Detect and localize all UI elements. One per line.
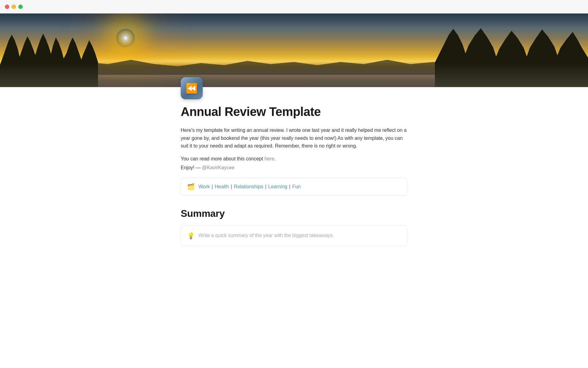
main-content: ⏪ Annual Review Template Here's my templ…	[0, 13, 588, 246]
enjoy-text: Enjoy! —	[181, 165, 202, 170]
nav-link-health[interactable]: Health	[215, 184, 229, 190]
enjoy-line: Enjoy! — @KavirKaycee	[181, 165, 407, 171]
page-description: Here's my template for writing an annual…	[181, 126, 407, 150]
trees-left-silhouette	[0, 32, 98, 87]
page-icon-container: ⏪	[181, 77, 407, 99]
lightbulb-icon: 💡	[187, 232, 195, 240]
nav-sep-4: |	[289, 184, 290, 190]
close-button[interactable]	[5, 5, 9, 9]
maximize-button[interactable]	[18, 5, 23, 9]
nav-sep-2: |	[231, 184, 232, 190]
minimize-button[interactable]	[12, 5, 16, 9]
author-mention: @KavirKaycee	[202, 165, 234, 170]
navigation-box: 🗂️ Work | Health | Relationships | Learn…	[181, 178, 407, 196]
nav-sep-3: |	[265, 184, 266, 190]
nav-link-relationships[interactable]: Relationships	[234, 184, 263, 190]
nav-link-work[interactable]: Work	[198, 184, 210, 190]
summary-placeholder: Write a quick summary of the year with t…	[198, 232, 334, 239]
nav-sep-1: |	[212, 184, 213, 190]
read-more-link[interactable]: here	[264, 156, 274, 161]
nav-link-fun[interactable]: Fun	[292, 184, 301, 190]
trees-right-silhouette	[435, 26, 588, 87]
page-title: Annual Review Template	[181, 104, 407, 119]
window-chrome	[0, 0, 588, 13]
page-body: ⏪ Annual Review Template Here's my templ…	[156, 77, 432, 246]
nav-box-icon: 🗂️	[187, 183, 195, 190]
page-icon: ⏪	[181, 77, 203, 99]
read-more-line: You can read more about this concept her…	[181, 155, 407, 163]
rewind-icon: ⏪	[186, 83, 198, 93]
summary-box[interactable]: 💡 Write a quick summary of the year with…	[181, 225, 407, 246]
hero-banner	[0, 13, 588, 87]
read-more-suffix: .	[274, 156, 275, 161]
nav-link-learning[interactable]: Learning	[268, 184, 287, 190]
traffic-lights	[5, 5, 23, 9]
nav-links: Work | Health | Relationships | Learning…	[198, 184, 301, 190]
summary-heading: Summary	[181, 208, 407, 219]
read-more-prefix: You can read more about this concept	[181, 156, 264, 161]
